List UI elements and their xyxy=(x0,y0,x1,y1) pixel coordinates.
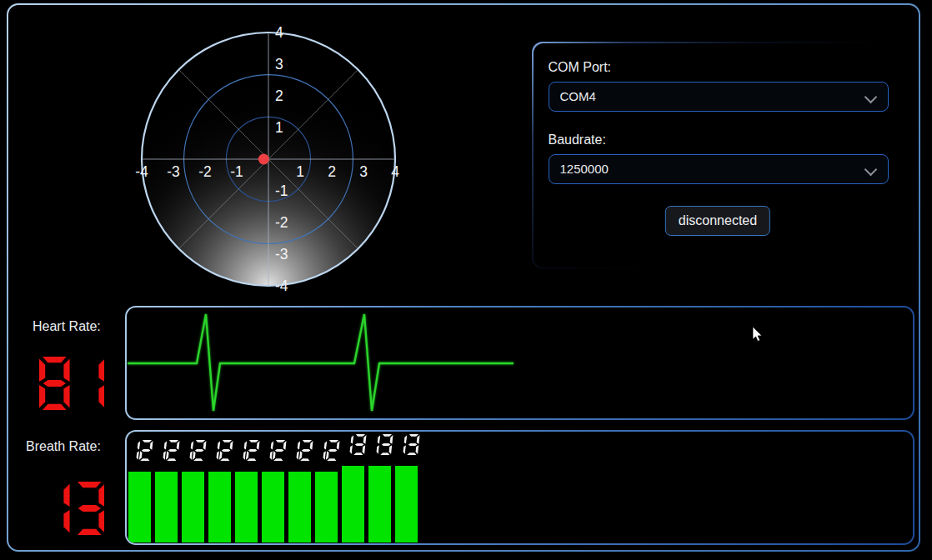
svg-text:-1: -1 xyxy=(230,163,243,180)
breath-bar-value-label xyxy=(233,440,259,461)
breath-bar-value-label xyxy=(259,440,286,461)
breath-bar-value-label xyxy=(313,440,339,461)
heart-rate-label: Heart Rate: xyxy=(33,319,101,334)
svg-text:4: 4 xyxy=(275,24,283,41)
com-port-label: COM Port: xyxy=(549,60,612,75)
svg-text:4: 4 xyxy=(391,163,399,180)
breath-bar-value-label xyxy=(206,440,233,461)
breath-rate-label: Breath Rate: xyxy=(26,439,101,454)
breath-bar xyxy=(208,440,231,542)
breath-bar-value-label xyxy=(153,440,179,461)
ecg-line xyxy=(128,314,514,411)
connection-status-button[interactable]: disconnected xyxy=(665,206,770,236)
com-port-select-wrap: COM4 xyxy=(549,82,889,112)
breath-bar-value-label xyxy=(179,440,206,461)
breath-bar xyxy=(368,434,391,542)
breath-bar xyxy=(395,434,418,542)
com-port-select[interactable]: COM4 xyxy=(549,82,889,112)
svg-text:1: 1 xyxy=(275,119,283,136)
svg-text:3: 3 xyxy=(275,56,283,72)
svg-text:3: 3 xyxy=(359,163,368,180)
breath-bar-value-label xyxy=(286,440,313,461)
baudrate-select-wrap: 1250000 xyxy=(549,154,889,184)
svg-text:-3: -3 xyxy=(167,163,180,180)
svg-text:1: 1 xyxy=(296,163,304,180)
breath-bar xyxy=(235,440,258,542)
baudrate-label: Baudrate: xyxy=(549,132,606,148)
breath-bar xyxy=(342,434,364,542)
breath-bar xyxy=(315,440,338,542)
ecg-chart xyxy=(127,308,913,418)
svg-text:2: 2 xyxy=(275,88,283,104)
heart-ecg-panel-inner xyxy=(127,308,913,418)
config-panel-background: COM Port: COM4 Baudrate: 1250000 disconn… xyxy=(534,43,903,268)
breath-bar xyxy=(182,440,204,542)
svg-text:-3: -3 xyxy=(275,246,288,262)
breath-chart-panel xyxy=(125,430,914,545)
svg-text:2: 2 xyxy=(328,163,336,180)
svg-text:-2: -2 xyxy=(198,163,212,180)
svg-text:-2: -2 xyxy=(275,214,288,231)
config-panel: COM Port: COM4 Baudrate: 1250000 disconn… xyxy=(532,42,904,268)
breath-bar-value-label xyxy=(393,434,419,455)
breath-bar xyxy=(128,440,151,542)
svg-text:-4: -4 xyxy=(275,278,288,294)
heart-ecg-panel xyxy=(125,306,914,420)
breath-bar-value-label xyxy=(127,440,153,461)
baudrate-select[interactable]: 1250000 xyxy=(549,154,889,184)
breath-rate-display xyxy=(39,482,104,535)
breath-chart-panel-inner xyxy=(127,432,913,543)
svg-text:-4: -4 xyxy=(135,163,148,180)
svg-text:-1: -1 xyxy=(275,182,288,199)
mouse-cursor xyxy=(752,327,763,342)
breath-bars xyxy=(128,434,422,542)
breath-bar-value-label xyxy=(339,434,366,455)
breath-bar xyxy=(155,440,178,542)
breath-bar-value-label xyxy=(366,434,393,455)
breath-bar xyxy=(288,440,311,542)
breath-bar xyxy=(262,440,284,542)
polar-position-chart: -4-3-2-112344321-1-2-3-4 xyxy=(122,12,415,306)
heart-rate-display xyxy=(39,357,104,410)
